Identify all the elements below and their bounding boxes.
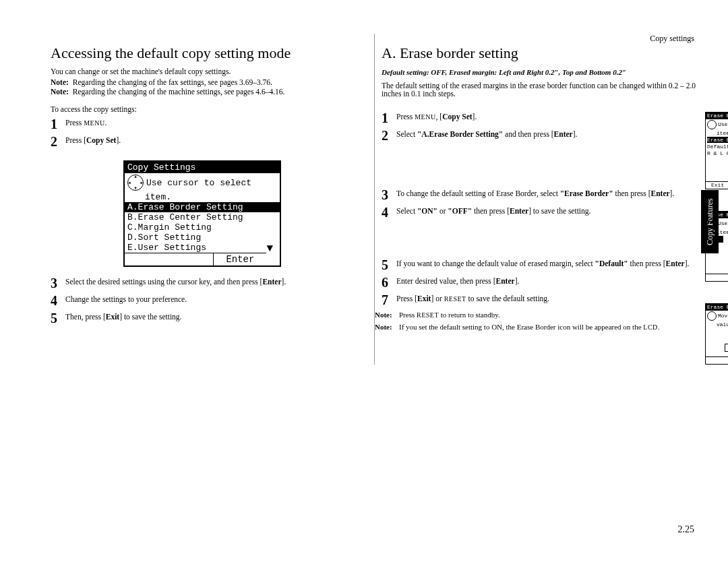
lcd1-exit-button: Exit (706, 182, 728, 189)
spacer (706, 357, 717, 364)
left-intro: You can change or set the machine's defa… (51, 67, 354, 75)
down-arrow-icon: ▼ (266, 243, 273, 255)
lcd1-c1: Use cursor to select (718, 121, 728, 128)
cursor-icon (707, 120, 717, 129)
right-step-2: 2Select "A.Erase Border Setting" and the… (382, 129, 698, 142)
lcd-cursor-text-2: item. (125, 192, 280, 202)
right-step-6: 6Enter desired value, then press [Enter]… (382, 276, 698, 289)
lcd3-c1: Move cursor and enter (718, 313, 728, 319)
left-step-2: 2Press [Copy Set]. (51, 135, 354, 148)
manual-page: Copy settings Copy Features Accessing th… (0, 0, 728, 562)
right-step-5: 5If you want to change the default value… (382, 258, 698, 272)
right-step-4: 4Select "ON" or "OFF" then press [Enter]… (382, 206, 698, 219)
right-step-1: 1Press MENU, [Copy Set]. (382, 111, 698, 125)
right-intro: The default setting of the erased margin… (382, 82, 698, 98)
left-step-1: 1Press MENU. (51, 117, 354, 131)
lcd1-row-default-rl: R & L 0.2" (706, 150, 728, 157)
lcd1-row-default-tb: Default : T & B 0.2" (706, 144, 728, 150)
lcd3-rl-value: 0.2" (725, 344, 728, 352)
right-step-7: 7Press [Exit] or RESET to save the defau… (382, 293, 698, 307)
right-column-text: A. Erase border setting Default setting:… (382, 34, 698, 365)
left-title: Accessing the default copy setting mode (51, 44, 354, 62)
left-step-3: 3Select the desired settings using the c… (51, 276, 354, 290)
lcd1-c2: item. (706, 130, 728, 137)
left-column: Accessing the default copy setting mode … (51, 34, 367, 365)
lcd3-document-label: Document (706, 328, 728, 335)
cursor-icon (707, 311, 717, 321)
lcd-item-e: E.User Settings▼ (125, 243, 280, 253)
left-step-5: 5Then, press [Exit] to save the setting. (51, 311, 354, 325)
left-sub-intro: To access the copy settings: (51, 105, 354, 113)
left-note-2: Note:Regarding the changing of the machi… (51, 88, 354, 96)
right-step-3: 3To change the default setting of Erase … (382, 188, 698, 201)
lcd3-c2: value. (0.2-2.0) (706, 321, 728, 328)
left-note-1: Note:Regarding the changing of the fax s… (51, 78, 354, 86)
cursor-icon (707, 219, 717, 228)
cursor-icon: ◀▶ (127, 175, 144, 191)
lcd-title: Copy Settings (125, 162, 280, 173)
lcd1-title: Erase Border Setting (706, 113, 728, 119)
lcd3-rl-label: R&L (725, 337, 728, 344)
lcd-copy-settings: Copy Settings ◀▶ Use cursor to select it… (123, 160, 281, 267)
page-number: 2.25 (678, 524, 695, 535)
lcd2-c1: Use cursor to select (718, 220, 728, 227)
lcd-item-c: C.Margin Setting (125, 222, 280, 232)
right-note-2: Note:If you set the default setting to O… (375, 323, 698, 331)
right-note-1: Note:Press RESET to return to standby. (375, 311, 698, 319)
lcd3-document-graphic: R&L 0.2" T&B 0.2" (706, 335, 728, 354)
lcd-enter-button: Enter (213, 253, 266, 266)
right-title: A. Erase border setting (382, 44, 698, 62)
lcd-erase-border-value: Erase Border Setting Move cursor and ent… (705, 303, 728, 365)
left-step-4: 4Change the settings to your preference. (51, 294, 354, 307)
lcd3-title: Erase Border Setting (706, 304, 728, 311)
lcd1-row-eraseborder: Erase Border:OFF (706, 137, 728, 144)
lcd-item-d: D.Sort Setting (125, 232, 280, 243)
lcd-item-a: A.Erase Border Setting (125, 202, 280, 212)
lcd-cursor-text-1: Use cursor to select (146, 178, 251, 188)
lcd-erase-border-main: Erase Border Setting Use cursor to selec… (705, 112, 728, 189)
default-setting-line: Default setting: OFF, Erased margin: Lef… (382, 67, 698, 77)
lcd-item-b: B.Erase Center Setting (125, 212, 280, 222)
header-section-label: Copy settings (650, 34, 694, 44)
